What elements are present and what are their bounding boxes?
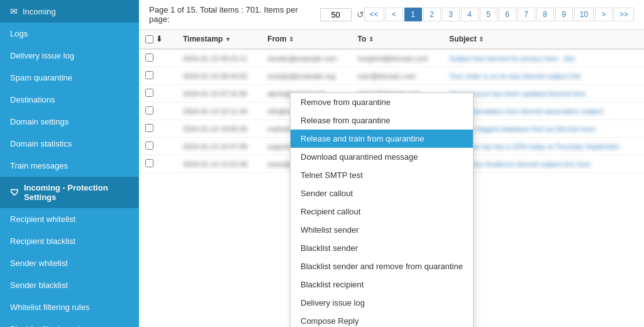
sidebar-item-sender-whitelist[interactable]: Sender whitelist [0,252,139,274]
incoming-icon: ✉ [10,6,18,16]
menu-compose-reply[interactable]: Compose Reply [291,312,473,327]
pagination-info: Page 1 of 15. Total items : 701. Items p… [149,5,364,24]
menu-blacklist-sender-remove[interactable]: Blacklist sender and remove from quarant… [291,257,473,275]
items-per-page-input[interactable] [320,8,352,21]
sidebar-item-incoming[interactable]: ✉ Incoming [0,0,139,23]
sidebar-item-logs[interactable]: Logs [0,23,139,45]
menu-remove-quarantine[interactable]: Remove from quarantine [291,93,473,111]
timestamp-sort-icon: ▼ [225,36,231,43]
pagination-text: Page 1 of 15. Total items : 701. Items p… [149,5,315,24]
pagination-controls: << < 1 2 3 4 5 6 7 8 9 10 > >> [364,8,634,21]
sidebar-item-domain-settings-label: Domain settings [10,117,69,126]
select-all-checkbox[interactable] [145,35,153,43]
menu-sender-callout[interactable]: Sender callout [291,184,473,202]
row-checkbox[interactable] [145,141,153,150]
page-8-btn[interactable]: 8 [536,8,554,21]
row-checkbox[interactable] [145,124,153,132]
table-row: 2024-01-15 08:44:02 noreply@example.org … [139,67,644,85]
sidebar-item-domain-settings[interactable]: Domain settings [0,111,139,133]
sidebar-item-protection-settings[interactable]: 🛡 Incoming - Protection Settings [0,177,139,208]
to-sort-icon: ⇕ [369,36,374,43]
menu-release-train-quarantine[interactable]: Release and train from quarantine [291,130,473,148]
page-9-btn[interactable]: 9 [555,8,573,21]
sidebar-item-train-label: Train messages [10,161,68,170]
row-checkbox[interactable] [145,159,153,167]
th-to[interactable]: To ⇕ [351,30,443,49]
main-content: Page 1 of 15. Total items : 701. Items p… [139,0,644,327]
refresh-icon[interactable]: ↺ [357,9,364,19]
row-checkbox-cell [139,155,177,173]
page-first-btn[interactable]: << [364,8,384,21]
sidebar-item-whitelist-filtering-label: Whitelist filtering rules [10,302,89,312]
row-timestamp: 2024-01-14 22:11:34 [177,103,261,120]
sidebar-item-destinations[interactable]: Destinations [0,89,139,111]
sidebar-item-delivery-label: Delivery issue log [10,51,74,60]
row-checkbox[interactable] [145,53,153,62]
page-2-btn[interactable]: 2 [423,8,441,21]
row-timestamp: 2024-01-15 09:23:11 [177,49,261,67]
row-timestamp: 2024-01-15 07:31:55 [177,85,261,103]
page-prev-btn[interactable]: < [386,8,403,21]
sidebar-item-domain-statistics-label: Domain statistics [10,139,72,148]
menu-download-quarantined[interactable]: Download quarantined message [291,148,473,166]
th-from[interactable]: From ⇕ [261,30,351,49]
row-checkbox-cell [139,85,177,103]
row-subject: Subject line blurred for privacy here - … [443,49,644,67]
menu-delivery-issue-log[interactable]: Delivery issue log [291,294,473,312]
row-checkbox[interactable] [145,89,153,97]
sidebar-item-destinations-label: Destinations [10,95,55,104]
page-6-btn[interactable]: 6 [499,8,516,21]
sidebar-item-recipient-whitelist[interactable]: Recipient whitelist [0,208,139,230]
sidebar-item-recipient-blacklist-label: Recipient blacklist [10,236,75,246]
sidebar-item-sender-blacklist[interactable]: Sender blacklist [0,274,139,296]
sidebar-item-incoming-label: Incoming [23,7,56,16]
sidebar-item-logs-label: Logs [10,29,28,38]
sidebar-item-recipient-whitelist-label: Recipient whitelist [10,214,75,224]
table-wrapper: ⬇ Timestamp ▼ From ⇕ To ⇕ Subject ⇕ [139,30,644,327]
sidebar-item-recipient-blacklist[interactable]: Recipient blacklist [0,230,139,252]
page-7-btn[interactable]: 7 [518,8,535,21]
page-4-btn[interactable]: 4 [461,8,479,21]
menu-whitelist-sender[interactable]: Whitelist sender [291,221,473,239]
th-timestamp[interactable]: Timestamp ▼ [177,30,261,49]
sidebar-item-spam-label: Spam quarantine [10,73,72,82]
from-sort-icon: ⇕ [289,36,294,43]
row-timestamp: 2024-01-14 12:22:48 [177,155,261,173]
subject-sort-icon: ⇕ [479,36,484,43]
row-to: recipient@domain.com [351,49,443,67]
row-from: noreply@example.org [261,67,351,85]
th-subject[interactable]: Subject ⇕ [443,30,644,49]
row-timestamp: 2024-01-14 15:47:09 [177,138,261,155]
row-checkbox-cell [139,138,177,155]
row-to: user@domain.com [351,67,443,85]
page-5-btn[interactable]: 5 [480,8,497,21]
page-10-btn[interactable]: 10 [574,8,594,21]
row-checkbox[interactable] [145,71,153,79]
menu-blacklist-recipient[interactable]: Blacklist recipient [291,275,473,294]
pagination-bar: Page 1 of 15. Total items : 701. Items p… [139,0,644,30]
sidebar-item-blacklist-filtering-label: Blacklist filtering rules [10,324,89,327]
shield-icon: 🛡 [10,187,19,197]
row-checkbox[interactable] [145,106,153,114]
th-checkbox: ⬇ [139,30,177,49]
row-checkbox-cell [139,49,177,67]
page-last-btn[interactable]: >> [614,8,634,21]
menu-blacklist-sender[interactable]: Blacklist sender [291,239,473,257]
row-subject: Your order is on its way blurred subject… [443,67,644,85]
sidebar-item-delivery-issue-log[interactable]: Delivery issue log [0,45,139,67]
page-3-btn[interactable]: 3 [442,8,460,21]
sidebar-item-spam-quarantine[interactable]: Spam quarantine [0,67,139,89]
sidebar-item-train-messages[interactable]: Train messages [0,155,139,177]
table-row: 2024-01-15 09:23:11 sender@example.com r… [139,49,644,67]
row-timestamp: 2024-01-15 08:44:02 [177,67,261,85]
sidebar-item-protection-label: Incoming - Protection Settings [24,183,129,202]
sidebar-item-blacklist-filtering[interactable]: Blacklist filtering rules [0,318,139,327]
page-next-btn[interactable]: > [595,8,613,21]
page-1-btn[interactable]: 1 [404,8,422,21]
download-icon[interactable]: ⬇ [156,35,162,43]
menu-release-quarantine[interactable]: Release from quarantine [291,111,473,130]
menu-recipient-callout[interactable]: Recipient callout [291,202,473,221]
sidebar-item-whitelist-filtering[interactable]: Whitelist filtering rules [0,296,139,318]
sidebar-item-domain-statistics[interactable]: Domain statistics [0,133,139,155]
menu-telnet-smtp[interactable]: Telnet SMTP test [291,166,473,184]
